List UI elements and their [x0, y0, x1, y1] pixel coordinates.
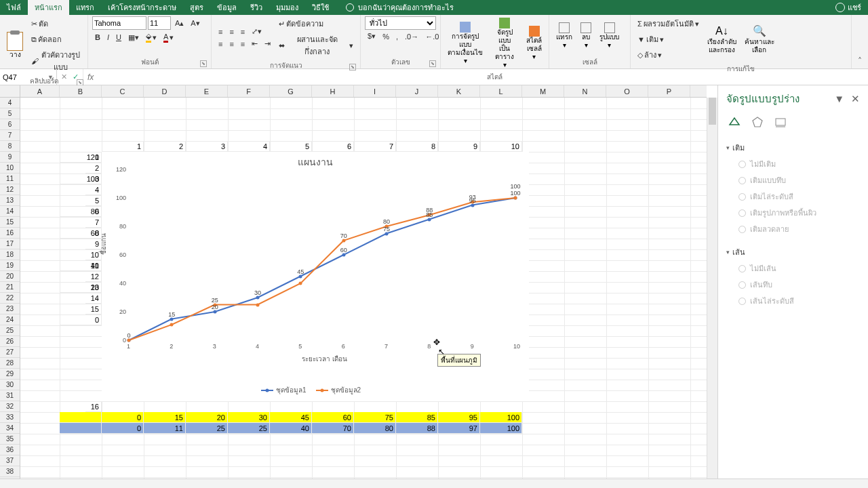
- font-size[interactable]: [148, 16, 171, 30]
- indent-inc[interactable]: ⇥: [262, 38, 273, 49]
- tab-5[interactable]: ข้อมูล: [210, 0, 243, 15]
- row-header-17[interactable]: 17: [0, 239, 20, 249]
- fill-option[interactable]: เติมลวดลาย: [726, 221, 860, 237]
- y-axis-title[interactable]: ชื่อแกน: [98, 233, 108, 255]
- indent-dec[interactable]: ⇤: [249, 38, 260, 49]
- fill-option[interactable]: เติมรูปภาพหรือพื้นผิว: [726, 205, 860, 221]
- row-header-18[interactable]: 18: [0, 249, 20, 260]
- fill-color-button[interactable]: ⬙▾: [143, 30, 159, 44]
- cell-K33[interactable]: 95: [438, 412, 480, 423]
- cell-H33[interactable]: 60: [312, 412, 354, 423]
- row-header-34[interactable]: 34: [0, 423, 20, 434]
- row-header-15[interactable]: 15: [0, 217, 20, 228]
- italic-button[interactable]: I: [104, 30, 112, 44]
- col-header-E[interactable]: E: [186, 85, 228, 97]
- cell-E33[interactable]: 20: [186, 412, 228, 423]
- merge-center[interactable]: ⬌ ผสานและจัดกึ่งกลาง ▾: [276, 32, 356, 59]
- fill-section[interactable]: ▾เติม: [726, 140, 860, 156]
- col-header-L[interactable]: L: [480, 85, 522, 97]
- fill-option[interactable]: เติมแบบทึบ: [726, 172, 860, 188]
- tab-3[interactable]: เค้าโครงหน้ากระดาษ: [101, 0, 183, 15]
- cell-F34[interactable]: 25: [228, 423, 270, 434]
- paste-button[interactable]: วาง: [4, 30, 26, 60]
- row-header-11[interactable]: 11: [0, 174, 20, 184]
- worksheet[interactable]: ABCDEFGHIJKLMNOP 45678910111213141516171…: [0, 85, 717, 479]
- cell-K8[interactable]: 9: [438, 141, 480, 152]
- decrease-font[interactable]: A▾: [188, 16, 202, 30]
- col-header-D[interactable]: D: [144, 85, 186, 97]
- cell-B15-sub[interactable]: 7: [85, 217, 102, 228]
- cell-I34[interactable]: 80: [354, 423, 396, 434]
- dialog-launcher[interactable]: ⬊: [200, 60, 207, 67]
- cell-I8[interactable]: 7: [354, 141, 396, 152]
- delete-cells-button[interactable]: ลบ▾: [578, 21, 594, 51]
- cell-B10-sub[interactable]: 2: [85, 163, 102, 174]
- borders-button[interactable]: ▦▾: [125, 30, 142, 44]
- align-left[interactable]: ≡: [216, 38, 225, 49]
- fill-option[interactable]: ไม่มีเติม: [726, 156, 860, 172]
- fx-icon[interactable]: fx: [83, 69, 98, 85]
- cell-C34[interactable]: 0: [102, 423, 144, 434]
- row-header-19[interactable]: 19: [0, 260, 20, 271]
- col-header-H[interactable]: H: [312, 85, 354, 97]
- dialog-launcher[interactable]: ⬊: [349, 64, 356, 70]
- cell-J8[interactable]: 8: [396, 141, 438, 152]
- row-header-32[interactable]: 32: [0, 401, 20, 412]
- row-header-24[interactable]: 24: [0, 314, 20, 325]
- cell-D8[interactable]: 2: [144, 141, 186, 152]
- col-header-B[interactable]: B: [60, 85, 102, 97]
- cell-B22-sub[interactable]: 14: [85, 293, 102, 304]
- size-props-icon[interactable]: [772, 114, 789, 130]
- col-header-C[interactable]: C: [102, 85, 144, 97]
- cell-B11-sub[interactable]: 3: [85, 174, 102, 184]
- number-format[interactable]: ทั่วไป: [365, 16, 436, 30]
- cell-B13-sub[interactable]: 5: [85, 195, 102, 206]
- row-header-21[interactable]: 21: [0, 282, 20, 293]
- cell-B20-sub[interactable]: 12: [85, 271, 102, 282]
- cell-E8[interactable]: 3: [186, 141, 228, 152]
- sort-filter-button[interactable]: A↓เรียงลำดับ และกรอง: [705, 23, 739, 55]
- data-point[interactable]: [299, 282, 302, 285]
- row-header-10[interactable]: 10: [0, 163, 20, 174]
- cell-C8[interactable]: 1: [102, 141, 144, 152]
- underline-button[interactable]: U: [113, 30, 124, 44]
- row-header-7[interactable]: 7: [0, 130, 20, 141]
- font-name[interactable]: [92, 16, 146, 30]
- row-header-12[interactable]: 12: [0, 184, 20, 195]
- line-option[interactable]: เส้นไล่ระดับสี: [726, 293, 860, 309]
- cell-B24[interactable]: 0: [60, 314, 102, 325]
- effects-icon[interactable]: [749, 114, 766, 130]
- fill-line-icon[interactable]: [726, 114, 743, 130]
- col-header-A[interactable]: A: [20, 85, 60, 97]
- row-header-37[interactable]: 37: [0, 455, 20, 466]
- row-header-35[interactable]: 35: [0, 434, 20, 445]
- cell-B33[interactable]: [60, 412, 102, 423]
- dec-decimal[interactable]: ←.0: [422, 30, 441, 42]
- pane-options[interactable]: ▼: [834, 93, 844, 105]
- row-header-16[interactable]: 16: [0, 228, 20, 239]
- data-point[interactable]: [256, 303, 260, 306]
- chart-title[interactable]: แผนงาน: [102, 155, 529, 169]
- row-header-5[interactable]: 5: [0, 108, 20, 119]
- row-header-22[interactable]: 22: [0, 293, 20, 304]
- tab-1[interactable]: หน้าแรก: [28, 0, 69, 15]
- align-center[interactable]: ≡: [226, 38, 236, 49]
- col-header-M[interactable]: M: [522, 85, 564, 97]
- tab-6[interactable]: รีวิว: [243, 0, 269, 15]
- row-header-14[interactable]: 14: [0, 206, 20, 217]
- row-header-27[interactable]: 27: [0, 347, 20, 358]
- pane-close[interactable]: ✕: [851, 93, 860, 105]
- cell-H8[interactable]: 6: [312, 141, 354, 152]
- data-point[interactable]: [342, 239, 345, 243]
- col-header-I[interactable]: I: [354, 85, 396, 97]
- format-cells-button[interactable]: รูปแบบ▾: [597, 21, 622, 51]
- data-point[interactable]: [299, 274, 302, 278]
- tab-2[interactable]: แทรก: [69, 0, 101, 15]
- data-point[interactable]: [385, 232, 389, 235]
- format-table-button[interactable]: จัดรูปแบบ เป็นตาราง▾: [488, 16, 521, 70]
- cell-B34[interactable]: [60, 423, 102, 434]
- row-header-6[interactable]: 6: [0, 119, 20, 130]
- scroll-thumb[interactable]: [709, 98, 716, 125]
- row-header-25[interactable]: 25: [0, 325, 20, 336]
- row-header-38[interactable]: 38: [0, 466, 20, 477]
